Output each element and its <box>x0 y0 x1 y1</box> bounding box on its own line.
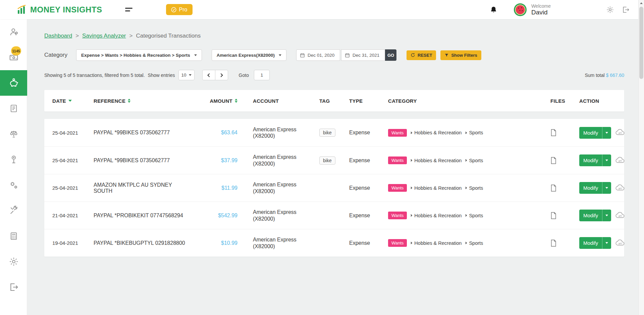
cell-reference: PAYPAL *99BIKES 0735062777 <box>94 158 196 164</box>
modify-button[interactable]: Modify <box>579 127 611 139</box>
sidebar-item-billing[interactable] <box>0 96 27 121</box>
breadcrumb-current: Categorised Transactions <box>136 33 201 39</box>
avatar[interactable] <box>514 3 527 16</box>
file-document-icon[interactable] <box>550 157 556 164</box>
file-document-icon[interactable] <box>550 129 556 136</box>
column-header-reference[interactable]: REFERENCE <box>94 98 196 104</box>
modify-dropdown-toggle[interactable] <box>602 182 611 194</box>
file-document-icon[interactable] <box>550 239 556 247</box>
cell-reference: PAYPAL *99BIKES 0735062777 <box>94 130 196 136</box>
table-body: 25-04-2021 PAYPAL *99BIKES 0735062777 $6… <box>44 119 624 257</box>
previous-page-button[interactable] <box>202 70 215 80</box>
sidebar-item-logout[interactable] <box>0 274 27 300</box>
show-filters-button[interactable]: Show Filters <box>440 50 481 60</box>
modify-dropdown-toggle[interactable] <box>602 154 611 166</box>
modify-button-label: Modify <box>579 213 602 218</box>
cell-category: Wants Hobbies & RecreationSports <box>388 129 546 137</box>
cell-type: Expense <box>349 240 388 246</box>
cell-action: Modify API <box>573 127 626 139</box>
sort-descending-icon <box>68 100 72 102</box>
sidebar-item-calculator[interactable] <box>0 223 27 249</box>
scrollbar-thumb[interactable] <box>639 7 643 79</box>
showing-text: Showing 5 of 5 transactions, filtered fr… <box>44 73 145 78</box>
vertical-scrollbar[interactable] <box>638 0 644 315</box>
scroll-up-arrow[interactable] <box>640 2 643 4</box>
cell-amount: $37.99 <box>196 158 237 164</box>
double-gear-icon <box>9 180 19 190</box>
file-document-icon[interactable] <box>550 184 556 192</box>
cell-category: Wants Hobbies & RecreationSports <box>388 212 546 219</box>
cell-files <box>546 239 573 247</box>
header-settings-gear-icon[interactable] <box>606 6 614 14</box>
reset-button[interactable]: RESET <box>407 50 436 60</box>
sidebar-item-balance[interactable] <box>0 121 27 147</box>
chevron-down-icon <box>605 132 608 134</box>
entries-value: 10 <box>181 73 186 78</box>
cell-tag: bike <box>319 156 349 165</box>
goto-page-input[interactable]: 1 <box>254 70 270 80</box>
api-cloud-label: API <box>619 242 622 244</box>
modify-button[interactable]: Modify <box>579 154 611 166</box>
entries-select[interactable]: 10 <box>178 70 195 80</box>
cell-action: Modify API <box>573 182 626 194</box>
sidebar-item-settings[interactable] <box>0 249 27 274</box>
breadcrumb-separator: > <box>129 33 133 39</box>
next-page-button[interactable] <box>215 70 228 80</box>
cell-files <box>546 184 573 192</box>
api-cloud-icon[interactable]: API <box>615 239 626 247</box>
sidebar-item-automation[interactable] <box>0 172 27 198</box>
modify-button[interactable]: Modify <box>579 182 611 194</box>
column-header-date[interactable]: DATE <box>52 98 94 104</box>
goto-label: Goto <box>239 73 249 78</box>
file-document-icon[interactable] <box>550 212 556 219</box>
api-cloud-icon[interactable]: API <box>615 212 626 220</box>
header-logout-icon[interactable] <box>622 6 630 14</box>
notifications-bell-icon[interactable] <box>490 5 497 14</box>
column-header-account: ACCOUNT <box>237 98 319 104</box>
date-to-input[interactable]: Dec 31, 2021 <box>341 49 385 61</box>
date-from-input[interactable]: Dec 01, 2020 <box>296 49 340 61</box>
sidebar-item-transactions[interactable]: 1145 <box>0 45 27 70</box>
check-circle-icon <box>171 7 176 12</box>
column-header-amount[interactable]: AMOUNT <box>196 98 237 104</box>
cell-category: Wants Hobbies & RecreationSports <box>388 156 546 164</box>
welcome-block: Welcome David <box>531 3 551 16</box>
chevron-down-icon <box>605 242 608 244</box>
go-button[interactable]: GO <box>385 49 396 61</box>
breadcrumb-savings-analyzer[interactable]: Savings Analyzer <box>82 33 126 39</box>
breadcrumb-dashboard[interactable]: Dashboard <box>44 33 72 39</box>
sidebar-item-advisor[interactable] <box>0 19 27 45</box>
modify-button[interactable]: Modify <box>579 210 611 221</box>
date-from-value: Dec 01, 2020 <box>308 53 334 58</box>
chevron-down-icon <box>189 74 192 76</box>
table-row: 19-04-2021 PAYPAL *BIKEBUGPTYL 029182880… <box>44 229 624 257</box>
modify-dropdown-toggle[interactable] <box>602 237 611 249</box>
sidebar-item-tools[interactable] <box>0 198 27 223</box>
account-dropdown[interactable]: American Express(X82000) <box>212 49 286 61</box>
cell-action: Modify API <box>573 154 626 166</box>
api-cloud-label: API <box>619 132 622 134</box>
cell-type: Expense <box>349 213 388 219</box>
api-cloud-icon[interactable]: API <box>615 184 626 192</box>
sidebar: 1145 <box>0 19 27 315</box>
brand-logo[interactable]: MONEY INSIGHTS <box>17 5 102 15</box>
menu-toggle-icon[interactable] <box>125 8 132 11</box>
transactions-table: DATE REFERENCE AMOUNT ACCOUNT TAG TYPE C… <box>44 90 624 257</box>
api-cloud-icon[interactable]: API <box>615 156 626 165</box>
chevron-down-icon <box>194 54 197 56</box>
sum-total-label: Sum total <box>585 73 604 78</box>
date-to-value: Dec 31, 2021 <box>353 53 379 58</box>
sidebar-item-savings-analyzer[interactable] <box>0 70 27 96</box>
table-toolbar: Showing 5 of 5 transactions, filtered fr… <box>44 70 624 80</box>
sort-both-icon <box>235 99 237 103</box>
cell-account: American Express (X82000) <box>237 236 319 249</box>
api-cloud-icon[interactable]: API <box>615 129 626 137</box>
column-header-tag: TAG <box>319 98 349 104</box>
modify-button[interactable]: Modify <box>579 237 611 249</box>
modify-dropdown-toggle[interactable] <box>602 210 611 221</box>
sidebar-item-investments[interactable] <box>0 147 27 172</box>
pro-button[interactable]: Pro <box>166 4 193 15</box>
category-dropdown[interactable]: Expense > Wants > Hobbies & Recreation >… <box>76 49 202 61</box>
sum-total: Sum total $ 667.60 <box>585 73 624 78</box>
modify-dropdown-toggle[interactable] <box>602 127 611 139</box>
